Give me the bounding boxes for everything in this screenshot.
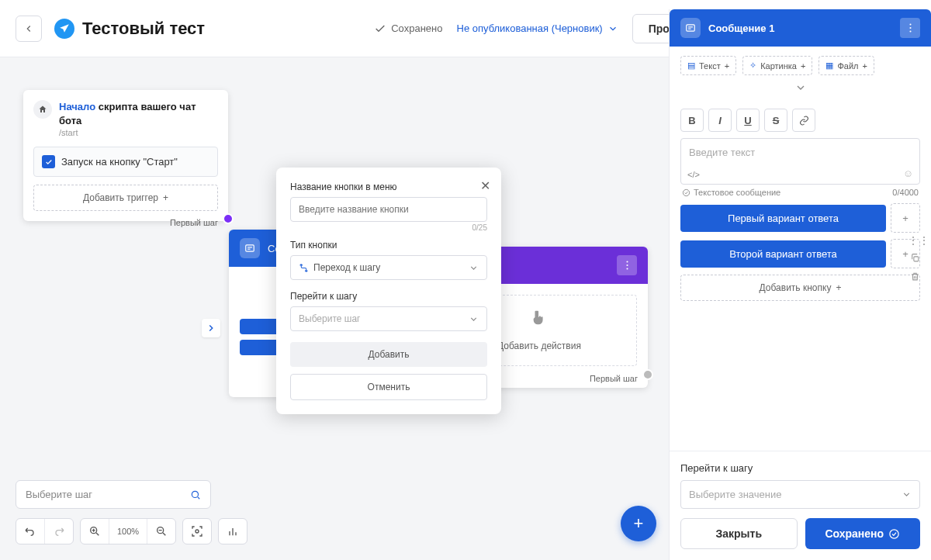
zoom-level: 100% bbox=[109, 519, 147, 544]
copy-icon[interactable] bbox=[908, 253, 922, 265]
publish-status-dropdown[interactable]: Не опубликованная (Черновик) bbox=[457, 22, 618, 34]
message-textarea[interactable]: Введите текст </> ☺ bbox=[680, 138, 920, 185]
chevron-down-icon bbox=[469, 263, 479, 273]
output-label: Первый шаг bbox=[170, 218, 218, 227]
zoom-in-button[interactable] bbox=[81, 519, 109, 544]
fit-view-button[interactable] bbox=[183, 519, 211, 544]
svg-rect-22 bbox=[687, 25, 695, 31]
step-search-input[interactable]: Выберите шаг bbox=[16, 480, 211, 509]
chip-file[interactable]: ▦Файл+ bbox=[819, 56, 874, 75]
svg-point-8 bbox=[626, 268, 628, 269]
page-title: Тестовый тест bbox=[82, 19, 205, 39]
chip-text[interactable]: ▤Текст+ bbox=[680, 56, 736, 75]
modal-cancel-button[interactable]: Отменить bbox=[290, 374, 487, 400]
svg-point-7 bbox=[626, 264, 628, 266]
telegram-icon bbox=[54, 19, 74, 39]
char-count: 0/25 bbox=[290, 223, 487, 232]
canvas-toolbar: Выберите шаг 100% bbox=[16, 480, 247, 544]
bold-button[interactable]: B bbox=[680, 109, 704, 132]
sidebar-header: Сообщение 1 bbox=[670, 9, 931, 47]
modal-label-name: Название кнопки в меню bbox=[290, 181, 487, 192]
search-icon bbox=[190, 489, 201, 500]
svg-line-14 bbox=[96, 533, 99, 535]
svg-line-10 bbox=[198, 496, 199, 498]
undo-button[interactable] bbox=[16, 519, 44, 544]
zoom-out-button[interactable] bbox=[147, 519, 175, 544]
modal-close-button[interactable]: ✕ bbox=[480, 178, 490, 193]
output-port[interactable] bbox=[642, 369, 653, 380]
trigger-item[interactable]: Запуск на кнопку "Старт" bbox=[33, 147, 218, 177]
plus-icon: + bbox=[163, 192, 168, 203]
sidebar-more-button[interactable] bbox=[900, 18, 920, 38]
underline-button[interactable]: U bbox=[736, 109, 760, 132]
svg-point-26 bbox=[909, 27, 911, 29]
sidebar-close-button[interactable]: Закрыть bbox=[680, 518, 798, 549]
answer-variant-1[interactable]: Первый вариант ответа bbox=[680, 205, 886, 232]
save-status: Сохранено bbox=[374, 22, 442, 35]
svg-point-30 bbox=[890, 529, 898, 538]
text-editor: B I U S Введите текст </> ☺ Текстовое со… bbox=[680, 109, 920, 301]
chevron-down-icon bbox=[469, 314, 479, 324]
expand-down-button[interactable] bbox=[670, 75, 931, 102]
chip-image[interactable]: ✧Картинка+ bbox=[742, 56, 812, 75]
start-node-title: Начало скрипта вашего чат бота bbox=[59, 100, 218, 128]
back-button[interactable] bbox=[16, 16, 42, 42]
modal-add-button[interactable]: Добавить bbox=[290, 342, 487, 367]
italic-button[interactable]: I bbox=[708, 109, 732, 132]
message-icon bbox=[240, 238, 260, 258]
text-icon: ▤ bbox=[687, 60, 695, 71]
properties-sidebar: Сообщение 1 ▤Текст+ ✧Картинка+ ▦Файл+ B … bbox=[669, 9, 931, 560]
add-trigger-button[interactable]: Добавить триггер + bbox=[33, 185, 218, 211]
goto-step-select[interactable]: Выберите шаг bbox=[290, 306, 487, 331]
start-node[interactable]: Начало скрипта вашего чат бота /start За… bbox=[23, 90, 228, 221]
svg-point-9 bbox=[192, 491, 198, 497]
checkbox-checked-icon bbox=[42, 155, 55, 168]
svg-point-28 bbox=[683, 189, 689, 195]
output-label: Первый шаг bbox=[590, 374, 638, 383]
svg-point-25 bbox=[909, 23, 911, 25]
button-type-select[interactable]: Переход к шагу bbox=[290, 255, 487, 280]
sidebar-footer: Перейти к шагу Выберите значение Закрыть… bbox=[670, 451, 931, 560]
node-more-button[interactable] bbox=[617, 255, 637, 275]
drag-handle-icon[interactable]: ⋮⋮ bbox=[908, 234, 922, 247]
link-button[interactable] bbox=[792, 109, 815, 132]
answer-variant-2[interactable]: Второй вариант ответа bbox=[680, 240, 886, 268]
message-icon bbox=[680, 18, 701, 38]
add-node-fab[interactable]: + bbox=[621, 506, 656, 541]
file-icon: ▦ bbox=[825, 60, 833, 71]
branch-icon bbox=[299, 263, 309, 273]
output-port[interactable] bbox=[223, 213, 234, 224]
svg-rect-29 bbox=[913, 257, 918, 261]
char-count: 0/4000 bbox=[892, 188, 919, 197]
add-after-answer-1[interactable]: + bbox=[891, 203, 920, 233]
strike-button[interactable]: S bbox=[764, 109, 787, 132]
button-config-modal: ✕ Название кнопки в меню 0/25 Тип кнопки… bbox=[276, 168, 501, 414]
goto-step-select[interactable]: Выберите значение bbox=[680, 480, 920, 509]
button-name-input[interactable] bbox=[290, 197, 487, 222]
svg-rect-3 bbox=[246, 245, 254, 251]
svg-line-17 bbox=[163, 533, 165, 535]
svg-point-6 bbox=[626, 261, 628, 262]
collapse-chevron-icon[interactable] bbox=[202, 319, 220, 337]
message-type-label: Текстовое сообщение bbox=[682, 188, 780, 197]
modal-label-goto: Перейти к шагу bbox=[290, 291, 487, 302]
start-node-subtitle: /start bbox=[59, 128, 218, 137]
delete-icon[interactable] bbox=[908, 271, 922, 284]
add-button-button[interactable]: Добавить кнопку+ bbox=[680, 275, 920, 301]
redo-button[interactable] bbox=[44, 519, 73, 544]
sidebar-save-button[interactable]: Сохранено bbox=[805, 518, 921, 549]
goto-label: Перейти к шагу bbox=[680, 462, 920, 474]
analytics-button[interactable] bbox=[219, 519, 247, 544]
home-icon bbox=[33, 100, 52, 119]
content-type-chips: ▤Текст+ ✧Картинка+ ▦Файл+ bbox=[670, 47, 931, 75]
hand-pointer-icon bbox=[531, 309, 548, 331]
code-icon[interactable]: </> bbox=[687, 170, 700, 179]
emoji-icon[interactable]: ☺ bbox=[903, 168, 913, 179]
svg-point-27 bbox=[909, 30, 911, 32]
image-icon: ✧ bbox=[749, 60, 756, 71]
svg-point-18 bbox=[196, 530, 199, 533]
modal-label-type: Тип кнопки bbox=[290, 240, 487, 251]
